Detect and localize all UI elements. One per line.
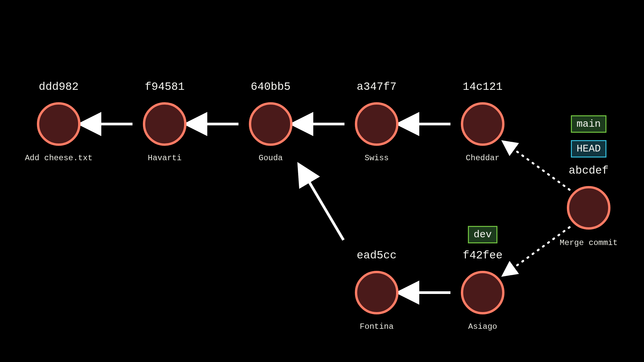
commit-message: Gouda: [259, 154, 283, 163]
commit-node-14c121: [461, 102, 504, 146]
commit-node-a347f7: [355, 102, 398, 146]
commit-message: Fontina: [360, 322, 394, 331]
commit-message: Swiss: [365, 154, 389, 163]
commit-node-ead5cc: [355, 271, 398, 314]
arrows-layer: [0, 0, 644, 362]
arrow-c7-to-c6-dotted: [513, 227, 570, 268]
commit-hash: f42fee: [463, 249, 503, 262]
commit-hash: f94581: [145, 81, 185, 93]
commit-node-f94581: [143, 102, 186, 146]
head-tag: HEAD: [571, 140, 606, 158]
commit-hash: ddd982: [39, 81, 79, 93]
commit-node-f42fee: [461, 271, 504, 314]
commit-message: Merge commit: [560, 238, 618, 247]
arrow-c7-to-c4-dotted: [513, 149, 570, 190]
commit-message: Asiago: [468, 322, 497, 331]
commit-message: Add cheese.txt: [25, 154, 93, 163]
commit-node-640bb5: [249, 102, 292, 146]
commit-hash: ead5cc: [357, 249, 397, 262]
commit-node-ddd982: [37, 102, 80, 146]
commit-hash: 14c121: [463, 81, 503, 93]
commit-message: Cheddar: [466, 154, 500, 163]
commit-hash: abcdef: [569, 165, 609, 177]
commit-message: Havarti: [148, 154, 182, 163]
commit-hash: a347f7: [357, 81, 397, 93]
arrow-c5-to-c2: [309, 181, 343, 240]
commit-node-abcdef: [567, 186, 610, 230]
git-graph-diagram: ddd982 Add cheese.txt f94581 Havarti 640…: [0, 0, 644, 362]
branch-tag-main: main: [571, 115, 606, 133]
commit-hash: 640bb5: [251, 81, 291, 93]
branch-tag-dev: dev: [468, 226, 497, 243]
